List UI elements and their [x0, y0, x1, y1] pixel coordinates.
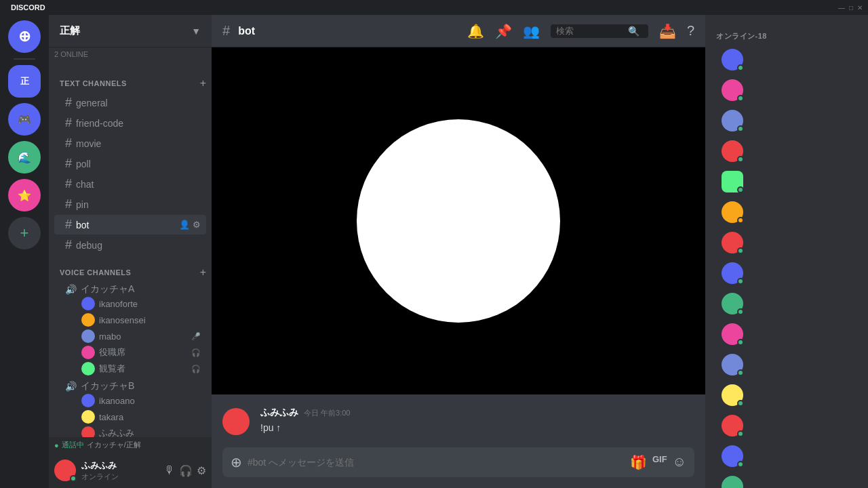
member-item[interactable] — [711, 136, 863, 166]
channel-name: poll — [76, 159, 201, 169]
members-icon[interactable]: 👤 — [179, 220, 190, 230]
gift-icon[interactable]: 🎁 — [630, 447, 647, 477]
app-title: DISCORD — [5, 3, 45, 12]
search-bar[interactable]: 🔍 — [551, 24, 648, 38]
message-input[interactable] — [248, 449, 625, 475]
user-avatar — [54, 460, 76, 481]
avatar — [722, 171, 743, 192]
status-dot — [737, 308, 744, 315]
hash-icon: # — [65, 157, 72, 171]
voice-channel-header[interactable]: 🔊 イカッチャA — [65, 283, 201, 296]
avatar — [722, 79, 743, 101]
user-controls: 🎙 🎧 ⚙ — [164, 464, 206, 477]
chat-area — [212, 47, 705, 394]
member-item[interactable] — [711, 228, 863, 258]
voice-member[interactable]: ikanoano — [65, 392, 201, 409]
channel-debug[interactable]: # debug — [54, 235, 206, 255]
voice-channel-name: イカッチャB — [81, 380, 134, 392]
server-name: 正解 — [60, 24, 80, 37]
server-icon-add[interactable]: + — [8, 217, 41, 249]
server-header[interactable]: 正解 ▼ — [49, 15, 212, 47]
voice-member[interactable]: ikanosensei — [65, 312, 201, 328]
channel-poll[interactable]: # poll — [54, 154, 206, 174]
voice-member[interactable]: 観覧者 🎧 — [65, 361, 201, 377]
avatar — [722, 110, 743, 131]
server-icon-main[interactable]: 正 — [8, 65, 41, 98]
channel-friend-code[interactable]: # friend-code — [54, 113, 206, 133]
member-item[interactable] — [711, 167, 863, 197]
hash-icon: # — [65, 116, 72, 130]
channel-sidebar: 正解 ▼ 2 ONLINE TEXT CHANNELS + # general … — [49, 15, 212, 488]
member-item[interactable] — [711, 197, 863, 227]
member-item[interactable] — [711, 380, 863, 410]
channel-bot[interactable]: # bot 👤 ⚙ — [54, 215, 206, 235]
voice-member[interactable]: takara — [65, 409, 201, 425]
text-channels-label: TEXT CHANNELS — [60, 79, 127, 87]
headset-button[interactable]: 🎧 — [179, 464, 193, 477]
member-item[interactable] — [711, 319, 863, 349]
add-voice-channel-button[interactable]: + — [200, 266, 206, 279]
message-content: ふみふみ 今日 午前3:00 !pu ↑ — [260, 407, 694, 435]
deafen-icon: 🎧 — [191, 348, 201, 357]
member-item[interactable] — [711, 350, 863, 380]
gif-icon[interactable]: GIF — [652, 447, 667, 477]
add-text-channel-button[interactable]: + — [200, 77, 206, 89]
bell-icon[interactable]: 🔔 — [467, 23, 484, 39]
voice-member[interactable]: 役職席 🎧 — [65, 344, 201, 361]
minimize-button[interactable]: — — [838, 4, 845, 12]
server-icon-4[interactable]: ⭐ — [8, 179, 41, 211]
server-icon-3[interactable]: 🌊 — [8, 141, 41, 174]
voice-member[interactable]: mabo 🎤 — [65, 328, 201, 344]
status-dot — [737, 217, 744, 224]
hash-icon: # — [65, 197, 72, 211]
member-item[interactable] — [711, 472, 863, 488]
member-item[interactable] — [711, 289, 863, 319]
voice-channels-label: VOICE CHANNELS — [60, 268, 131, 277]
channel-movie[interactable]: # movie — [54, 134, 206, 153]
message-avatar — [222, 408, 250, 435]
avatar — [722, 293, 743, 314]
emoji-icon[interactable]: ☺ — [673, 447, 686, 477]
avatar — [722, 445, 743, 467]
close-button[interactable]: ✕ — [857, 4, 863, 12]
member-item[interactable] — [711, 45, 863, 75]
voice-member[interactable]: ふみふみ — [65, 425, 201, 437]
server-list: ⊕ 正 🎮 🌊 ⭐ + — [0, 15, 49, 488]
mic-button[interactable]: 🎙 — [164, 464, 175, 477]
server-icon-2[interactable]: 🎮 — [8, 103, 41, 136]
member-item[interactable] — [711, 411, 863, 441]
plus-icon[interactable]: ⊕ — [231, 447, 242, 477]
text-channels-header[interactable]: TEXT CHANNELS + — [49, 66, 212, 92]
search-input[interactable] — [556, 26, 624, 36]
voice-channels-header[interactable]: VOICE CHANNELS + — [49, 256, 212, 281]
member-name: 役職席 — [99, 346, 187, 359]
message-input-box: ⊕ 🎁 GIF ☺ — [222, 447, 694, 477]
user-status: オンライン — [81, 472, 159, 482]
help-icon[interactable]: ? — [687, 23, 694, 39]
settings-button[interactable]: ⚙ — [197, 464, 206, 477]
voice-member[interactable]: ikanoforte — [65, 296, 201, 312]
member-item[interactable] — [711, 441, 863, 471]
channel-name: chat — [76, 179, 201, 190]
settings-icon[interactable]: ⚙ — [193, 220, 201, 230]
member-item[interactable] — [711, 106, 863, 136]
search-icon: 🔍 — [628, 26, 639, 37]
channel-general[interactable]: # general — [54, 93, 206, 113]
inbox-icon[interactable]: 📥 — [659, 23, 676, 39]
channel-chat[interactable]: # chat — [54, 174, 206, 194]
user-info: ふみふみ オンライン — [81, 460, 159, 482]
avatar — [81, 362, 95, 375]
voice-status-dot: ● — [54, 441, 59, 449]
members-icon[interactable]: 👥 — [523, 23, 540, 39]
member-item[interactable] — [711, 258, 863, 288]
channel-action-icons: 👤 ⚙ — [179, 220, 201, 230]
members-sidebar: オンライン-18 — [705, 15, 868, 488]
channel-pin[interactable]: # pin — [54, 195, 206, 214]
member-item[interactable] — [711, 75, 863, 105]
voice-channel-header[interactable]: 🔊 イカッチャB — [65, 380, 201, 392]
discord-home-icon[interactable]: ⊕ — [8, 20, 41, 53]
pin-icon[interactable]: 📌 — [495, 23, 512, 39]
channel-name: movie — [76, 138, 201, 149]
user-panel: ふみふみ オンライン 🎙 🎧 ⚙ — [49, 453, 212, 488]
maximize-button[interactable]: □ — [849, 4, 853, 12]
